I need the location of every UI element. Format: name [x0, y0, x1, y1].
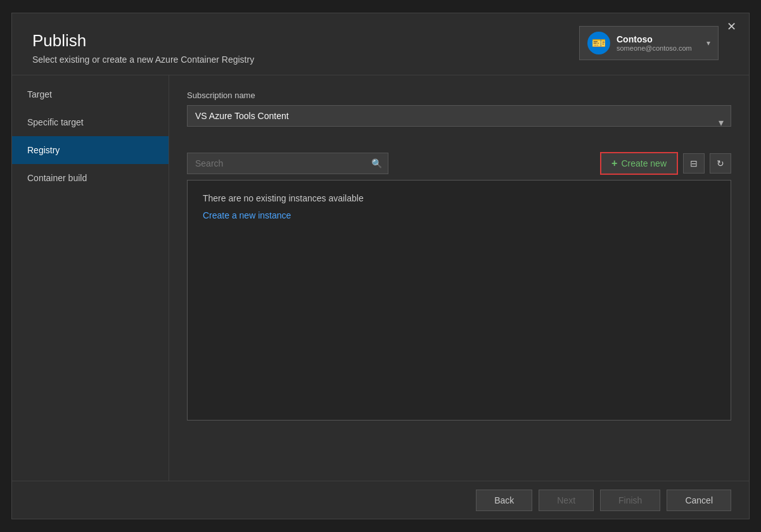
sidebar-item-registry[interactable]: Registry — [12, 136, 169, 164]
create-instance-link[interactable]: Create a new instance — [203, 210, 291, 220]
no-instances-message: There are no existing instances availabl… — [203, 193, 715, 203]
search-input[interactable] — [187, 153, 388, 174]
subscription-label: Subscription name — [187, 91, 731, 100]
account-name: Contoso — [617, 34, 698, 44]
account-email: someone@contoso.com — [617, 44, 698, 52]
create-new-button[interactable]: + Create new — [600, 152, 678, 175]
back-button[interactable]: Back — [476, 490, 532, 511]
avatar-icon: 🎫 — [592, 36, 606, 50]
account-widget[interactable]: 🎫 Contoso someone@contoso.com ▾ — [579, 26, 719, 60]
cancel-button[interactable]: Cancel — [667, 490, 731, 511]
search-box: 🔍 — [187, 153, 388, 174]
next-button[interactable]: Next — [539, 490, 594, 511]
footer: Back Next Finish Cancel — [12, 481, 749, 519]
sidebar-item-target[interactable]: Target — [12, 80, 169, 108]
chevron-down-icon: ▾ — [707, 39, 710, 48]
sidebar-item-label: Registry — [27, 145, 60, 155]
search-icon: 🔍 — [371, 158, 382, 168]
subscription-select-wrapper: VS Azure Tools Content — [187, 105, 731, 139]
create-new-label: Create new — [621, 158, 667, 168]
sort-icon: ⊟ — [690, 158, 698, 168]
plus-icon: + — [611, 158, 617, 169]
subscription-select[interactable]: VS Azure Tools Content — [187, 105, 731, 127]
toolbar: 🔍 + Create new ⊟ ↻ — [187, 152, 731, 175]
finish-button[interactable]: Finish — [600, 490, 660, 511]
sidebar-item-label: Target — [27, 89, 52, 99]
instances-panel: There are no existing instances availabl… — [187, 180, 731, 421]
sidebar-item-specific-target[interactable]: Specific target — [12, 108, 169, 136]
sidebar-item-container-build[interactable]: Container build — [12, 164, 169, 192]
avatar: 🎫 — [587, 32, 610, 54]
content-area: Target Specific target Registry Containe… — [12, 75, 749, 498]
main-content: Subscription name VS Azure Tools Content… — [169, 75, 749, 498]
sidebar-item-label: Specific target — [27, 117, 84, 127]
refresh-icon: ↻ — [717, 158, 724, 168]
publish-dialog: ✕ 🎫 Contoso someone@contoso.com ▾ Publis… — [11, 13, 750, 519]
sidebar-item-label: Container build — [27, 173, 87, 183]
refresh-button[interactable]: ↻ — [710, 153, 731, 174]
sidebar: Target Specific target Registry Containe… — [12, 75, 169, 498]
close-button[interactable]: ✕ — [722, 18, 741, 35]
sort-button[interactable]: ⊟ — [683, 153, 705, 174]
account-info: Contoso someone@contoso.com — [617, 34, 698, 52]
